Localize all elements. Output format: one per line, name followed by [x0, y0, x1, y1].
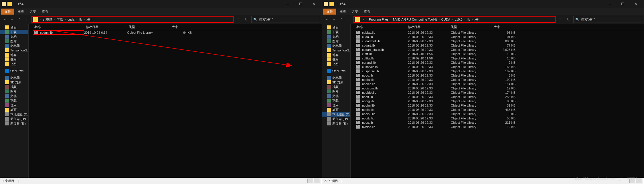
ribbon-tab[interactable]: 查看	[361, 9, 373, 15]
file-row[interactable]: nppicom.lib 2018-08-26 12:33 Object File…	[351, 86, 644, 90]
tree-item[interactable]: 本地磁盘 (C:)	[322, 112, 350, 117]
file-row[interactable]: nvblas.lib 2018-08-26 12:33 Object File …	[351, 125, 644, 129]
tree-item[interactable]: 图片	[322, 39, 350, 43]
breadcrumb-item[interactable]: x64	[85, 18, 93, 21]
tree-item[interactable]: 桌面	[322, 107, 350, 112]
close-button[interactable]: ✕	[629, 0, 642, 8]
file-row[interactable]: nppist.lib 2018-08-26 12:33 Object File …	[351, 107, 644, 112]
tree-item[interactable]: 下载	[322, 30, 350, 34]
breadcrumb-item[interactable]: CUDA	[440, 18, 451, 21]
breadcrumb-overflow[interactable]: «	[361, 18, 366, 21]
minimize-button[interactable]: ─	[281, 0, 294, 8]
close-button[interactable]: ✕	[307, 0, 320, 8]
tree-item[interactable]: 音乐	[0, 103, 28, 107]
breadcrumb-item[interactable]: Program Files	[368, 18, 390, 21]
tree-item[interactable]: 此电脑	[322, 43, 350, 48]
file-row[interactable]: npps.lib 2018-08-26 12:33 Object File Li…	[351, 120, 644, 125]
file-tab[interactable]: 文件	[1, 9, 14, 15]
tree-item[interactable]: OneDrive	[322, 69, 350, 73]
file-row[interactable]: nppial.lib 2018-08-26 12:33 Object File …	[351, 77, 644, 82]
tree-item[interactable]: 视频	[322, 85, 350, 89]
tree-item[interactable]: 亿图	[0, 62, 28, 66]
breadcrumb-item[interactable]: lib	[466, 18, 471, 21]
file-row[interactable]: cusparse.lib 2018-08-26 12:33 Object Fil…	[351, 69, 644, 73]
breadcrumb-item[interactable]: 下载	[56, 17, 64, 22]
breadcrumb-item[interactable]: lib	[78, 18, 83, 21]
file-row[interactable]: nppidei.lib 2018-08-26 12:33 Object File…	[351, 90, 644, 95]
tree-item[interactable]: 图片	[322, 89, 350, 94]
breadcrumb-item[interactable]: 此电脑	[42, 17, 54, 22]
tree-item[interactable]: 博客	[0, 53, 28, 57]
tree-item[interactable]: 音乐	[322, 103, 350, 107]
tree-item[interactable]: 本地磁盘 (C:)	[0, 112, 28, 117]
tree-item[interactable]: 3D 对象	[0, 80, 28, 85]
tree-item[interactable]: 新加卷 (D:)	[322, 117, 350, 121]
tree-item[interactable]: 图片	[0, 39, 28, 43]
refresh-button[interactable]: ↻	[565, 16, 572, 23]
file-row[interactable]: nppim.lib 2018-08-26 12:33 Object File L…	[351, 103, 644, 107]
file-row[interactable]: cudart.lib 2018-08-26 12:33 Object File …	[351, 43, 644, 47]
tree-item[interactable]: 下载	[0, 30, 28, 34]
file-row[interactable]: nppig.lib 2018-08-26 12:33 Object File L…	[351, 99, 644, 103]
col-name[interactable]: 名称	[356, 25, 408, 29]
view-icons-button[interactable]	[314, 179, 319, 183]
tree-item[interactable]: 此电脑	[0, 75, 28, 80]
recent-dropdown[interactable]: ˅	[17, 17, 22, 22]
breadcrumb-item[interactable]: v10.0	[454, 18, 464, 21]
tree-item[interactable]: Tensorflow2.0	[0, 48, 28, 53]
back-button[interactable]: ←	[324, 17, 329, 22]
ribbon-tab[interactable]: 主页	[15, 9, 27, 15]
tree-item[interactable]: OneDrive	[0, 69, 28, 73]
file-row[interactable]: cuda.lib 2018-08-26 12:33 Object File Li…	[351, 35, 644, 39]
tree-item[interactable]: 新加卷 (E:)	[0, 121, 28, 126]
tree-item[interactable]: Tensorflow2.0	[322, 48, 350, 53]
tree-item[interactable]: 文档	[322, 94, 350, 98]
file-row[interactable]: nppitc.lib 2018-08-26 12:33 Object File …	[351, 116, 644, 120]
tree-item[interactable]: 文档	[322, 34, 350, 39]
file-row[interactable]: cusolver.lib 2018-08-26 12:33 Object Fil…	[351, 65, 644, 69]
tree-item[interactable]: 新加卷 (D:)	[0, 117, 28, 121]
tree-item[interactable]: 此电脑	[322, 75, 350, 80]
back-button[interactable]: ←	[2, 17, 7, 22]
tree-item[interactable]: 图片	[0, 89, 28, 94]
recent-dropdown[interactable]: ˅	[339, 17, 344, 22]
tree-item[interactable]: 下载	[0, 98, 28, 103]
tree-item[interactable]: 视频	[0, 85, 28, 89]
breadcrumb-item[interactable]: cuda	[66, 18, 76, 21]
tree-item[interactable]: 桌面	[322, 25, 350, 30]
tree-item[interactable]: 桌面	[0, 25, 28, 30]
file-row[interactable]: nppicc.lib 2018-08-26 12:33 Object File …	[351, 82, 644, 86]
maximize-button[interactable]: ☐	[294, 0, 307, 8]
addr-dropdown[interactable]: ˅	[557, 17, 563, 22]
file-row[interactable]: nppc.lib 2018-08-26 12:33 Object File Li…	[351, 73, 644, 77]
addr-dropdown[interactable]: ˅	[235, 17, 241, 22]
file-tab[interactable]: 文件	[323, 9, 336, 15]
col-size[interactable]: 大小	[172, 25, 197, 29]
view-details-button[interactable]	[307, 179, 313, 183]
forward-button[interactable]: →	[9, 17, 15, 22]
col-date[interactable]: 修改日期	[408, 25, 451, 29]
nav-tree[interactable]: 桌面 下载 文档 图片 此电脑 Tensorflow2.0 博客 截图 亿图 O…	[322, 24, 351, 178]
tree-item[interactable]: 3D 对象	[322, 80, 350, 85]
file-row[interactable]: curand.lib 2018-08-26 12:33 Object File …	[351, 60, 644, 65]
up-button[interactable]: ↑	[346, 17, 352, 22]
search-input[interactable]: 🔍 搜索"x64"	[251, 16, 320, 23]
search-input[interactable]: 🔍 搜索"x64"	[573, 16, 642, 23]
file-row[interactable]: cudart_static.lib 2018-08-26 12:33 Objec…	[351, 47, 644, 52]
tree-item[interactable]: 此电脑	[0, 43, 28, 48]
col-name[interactable]: 名称	[34, 25, 86, 29]
col-type[interactable]: 类型	[451, 25, 494, 29]
maximize-button[interactable]: ☐	[616, 0, 629, 8]
tree-item[interactable]: 亿图	[322, 62, 350, 66]
address-bar[interactable]: «›Program Files›NVIDIA GPU Computing Too…	[353, 16, 556, 23]
tree-item[interactable]: 截图	[0, 57, 28, 62]
column-headers[interactable]: 名称 修改日期 类型 大小	[29, 24, 322, 30]
file-row[interactable]: cufft.lib 2018-09-10 11:56 Object File L…	[351, 52, 644, 56]
tree-item[interactable]: 博客	[322, 53, 350, 57]
tree-item[interactable]: 文档	[0, 94, 28, 98]
forward-button[interactable]: →	[331, 17, 337, 22]
tree-item[interactable]: 下载	[322, 98, 350, 103]
tree-item[interactable]: 文档	[0, 34, 28, 39]
file-row[interactable]: nppif.lib 2018-08-26 12:33 Object File L…	[351, 95, 644, 99]
ribbon-tab[interactable]: 共享	[27, 9, 39, 15]
